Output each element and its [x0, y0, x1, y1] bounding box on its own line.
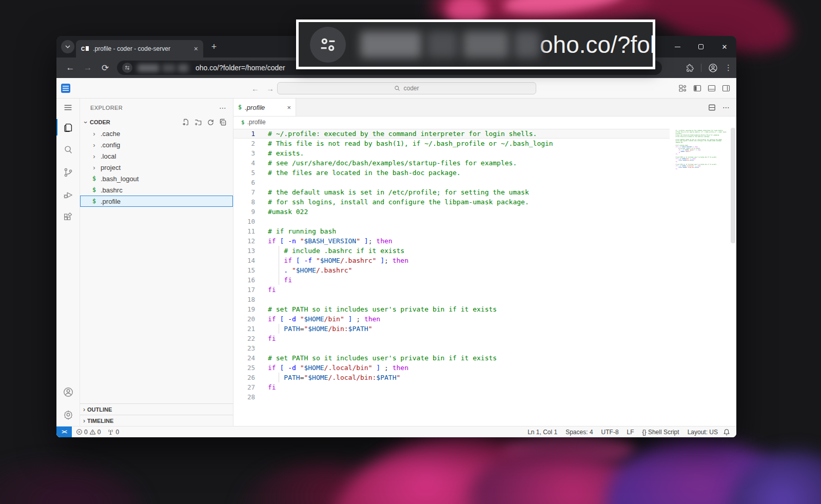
scrollbar-thumb[interactable] [731, 128, 735, 243]
back-button[interactable]: ← [62, 59, 79, 76]
line-number[interactable]: 18 [233, 295, 255, 304]
remote-indicator[interactable]: >< [56, 427, 72, 438]
activity-run-debug-button[interactable] [56, 184, 80, 206]
status-language-mode[interactable]: {} Shell Script [642, 429, 679, 436]
code-line[interactable]: 25if [ -d "$HOME/.local/bin" ] ; then [233, 363, 670, 373]
ports-status[interactable]: 0 [107, 429, 119, 436]
toggle-panel-icon[interactable] [708, 84, 716, 92]
activity-explorer-button[interactable] [56, 116, 80, 139]
reload-button[interactable]: ⟳ [96, 59, 114, 76]
code-line[interactable]: 27fi [233, 382, 670, 392]
new-file-icon[interactable] [182, 119, 190, 126]
code-line[interactable]: 7# the default umask is set in /etc/prof… [233, 187, 670, 197]
profile-avatar-icon[interactable] [708, 63, 718, 73]
line-number[interactable]: 7 [233, 187, 255, 197]
explorer-item-.config[interactable]: ›.config [80, 139, 233, 150]
line-number[interactable]: 19 [233, 304, 255, 314]
code-line[interactable]: 2# This file is not read by bash(1), if … [233, 139, 670, 148]
explorer-item-.cache[interactable]: ›.cache [80, 128, 233, 139]
code-line[interactable]: 4# see /usr/share/doc/bash/examples/star… [233, 158, 670, 168]
code-line[interactable]: 17fi [233, 285, 670, 295]
code-line[interactable]: 16 fi [233, 275, 670, 285]
accounts-button[interactable] [56, 381, 80, 403]
status-eol[interactable]: LF [627, 429, 634, 436]
line-number[interactable]: 22 [233, 334, 255, 343]
activity-search-button[interactable] [56, 139, 80, 161]
status-cursor-position[interactable]: Ln 1, Col 1 [527, 429, 557, 436]
code-line[interactable]: 6 [233, 178, 670, 187]
more-actions-icon[interactable]: ⋯ [722, 103, 730, 111]
code-line[interactable]: 21 PATH="$HOME/bin:$PATH" [233, 324, 670, 334]
code-line[interactable]: 26 PATH="$HOME/.local/bin:$PATH" [233, 373, 670, 382]
code-line[interactable]: 1# ~/.profile: executed by the command i… [233, 129, 670, 139]
notifications-bell-icon[interactable] [723, 429, 730, 436]
line-number[interactable]: 12 [233, 236, 255, 246]
browser-tab-active[interactable]: C .profile - coder - code-server × [76, 40, 203, 57]
code-line[interactable]: 14 if [ -f "$HOME/.bashrc" ]; then [233, 256, 670, 265]
line-number[interactable]: 10 [233, 217, 255, 226]
close-button[interactable]: ✕ [713, 36, 736, 57]
go-forward-icon[interactable]: → [266, 84, 274, 93]
line-number[interactable]: 6 [233, 178, 255, 187]
maximize-button[interactable] [689, 36, 713, 57]
forward-button[interactable]: → [79, 59, 96, 76]
new-folder-icon[interactable] [194, 119, 202, 126]
manage-settings-button[interactable] [56, 403, 80, 426]
line-number[interactable]: 25 [233, 363, 255, 373]
explorer-item-.profile[interactable]: $.profile [80, 196, 233, 207]
code-server-logo-icon[interactable] [61, 84, 70, 93]
breadcrumb[interactable]: $ .profile [233, 117, 736, 128]
line-number[interactable]: 23 [233, 343, 255, 353]
customize-layout-icon[interactable] [679, 84, 687, 92]
line-number[interactable]: 20 [233, 314, 255, 324]
new-tab-button[interactable]: + [208, 41, 220, 52]
toggle-primary-sidebar-icon[interactable] [693, 84, 701, 92]
browser-menu-icon[interactable]: ⋮ [725, 63, 732, 72]
code-line[interactable]: 28 [233, 392, 670, 402]
application-menu-button[interactable] [56, 99, 80, 116]
explorer-item-.bashrc[interactable]: $.bashrc [80, 184, 233, 196]
line-number[interactable]: 28 [233, 392, 255, 402]
problems-status[interactable]: 0 0 [76, 429, 101, 436]
tab-close-icon[interactable]: × [287, 104, 291, 111]
code-line[interactable]: 5# the files are located in the bash-doc… [233, 168, 670, 178]
activity-source-control-button[interactable] [56, 161, 80, 184]
editor-tab-profile[interactable]: $ .profile × [233, 99, 296, 116]
line-number[interactable]: 9 [233, 207, 255, 217]
code-line[interactable]: 23 [233, 343, 670, 353]
code-line[interactable]: 24# set PATH so it includes user's priva… [233, 353, 670, 363]
line-number[interactable]: 21 [233, 324, 255, 334]
outline-section[interactable]: › OUTLINE [80, 403, 233, 415]
line-number[interactable]: 2 [233, 139, 255, 148]
line-number[interactable]: 4 [233, 158, 255, 168]
code-line[interactable]: 11# if running bash [233, 226, 670, 236]
editor-scrollbar[interactable] [730, 128, 736, 426]
code-line[interactable]: 3# exists. [233, 148, 670, 158]
command-center-search[interactable]: coder [277, 82, 536, 94]
line-number[interactable]: 27 [233, 382, 255, 392]
timeline-section[interactable]: › TIMELINE [80, 415, 233, 426]
refresh-icon[interactable] [207, 119, 214, 126]
line-number[interactable]: 1 [233, 129, 255, 139]
code-line[interactable]: 13 # include .bashrc if it exists [233, 246, 670, 256]
activity-extensions-button[interactable] [56, 206, 80, 229]
line-number[interactable]: 15 [233, 265, 255, 275]
tab-search-button[interactable] [61, 40, 74, 53]
go-back-icon[interactable]: ← [251, 84, 259, 93]
code-line[interactable]: 8# for ssh logins, install and configure… [233, 197, 670, 207]
status-keyboard-layout[interactable]: Layout: US [688, 429, 718, 436]
line-number[interactable]: 14 [233, 256, 255, 265]
explorer-section-coder[interactable]: › CODER [80, 117, 233, 128]
toggle-secondary-sidebar-icon[interactable] [722, 84, 730, 92]
line-number[interactable]: 5 [233, 168, 255, 178]
status-indentation[interactable]: Spaces: 4 [565, 429, 593, 436]
minimap[interactable]: # ~/.profile: executed by the command in… [676, 130, 729, 202]
line-number[interactable]: 11 [233, 226, 255, 236]
code-line[interactable]: 10 [233, 217, 670, 226]
code-line[interactable]: 12if [ -n "$BASH_VERSION" ]; then [233, 236, 670, 246]
line-number[interactable]: 26 [233, 373, 255, 382]
collapse-all-icon[interactable] [219, 119, 227, 126]
explorer-more-actions-icon[interactable]: ⋯ [219, 104, 227, 112]
code-line[interactable]: 18 [233, 295, 670, 304]
line-number[interactable]: 17 [233, 285, 255, 295]
